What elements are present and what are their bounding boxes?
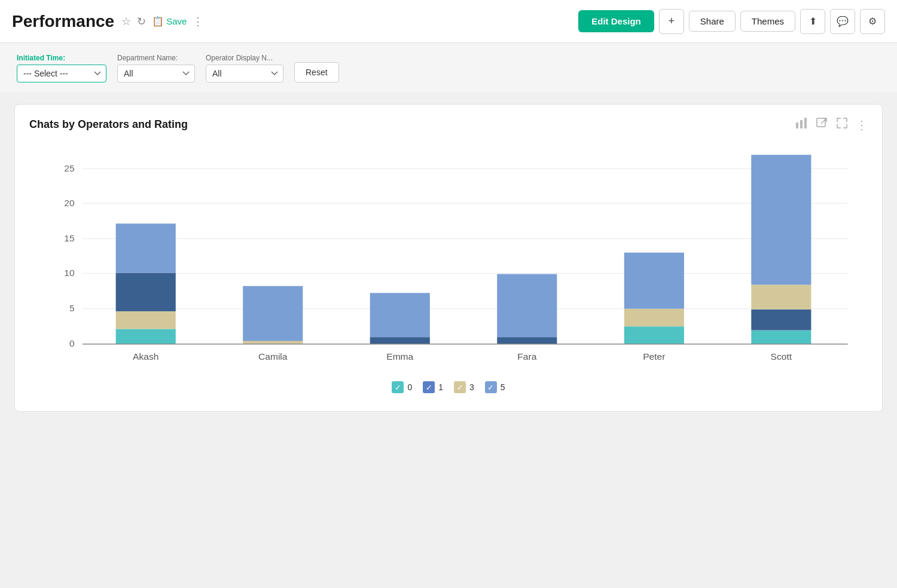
themes-button[interactable]: Themes <box>740 11 795 32</box>
svg-text:Scott: Scott <box>771 352 792 362</box>
export-icon: ⬆ <box>809 16 817 27</box>
bar-akash-r3 <box>116 311 176 329</box>
initiated-time-label: Initiated Time: <box>17 54 106 62</box>
legend-label-3: 3 <box>469 382 474 392</box>
page-title: Performance <box>12 12 114 31</box>
legend-label-5: 5 <box>501 382 505 392</box>
header-inline-actions: ☆ ↻ 📋 Save ⋮ <box>121 15 203 28</box>
chart-svg: 0 5 10 15 20 25 Akash <box>29 142 868 369</box>
edit-design-button[interactable]: Edit Design <box>578 10 654 32</box>
bar-scott-r5 <box>751 155 811 284</box>
legend-item-0: ✓ 0 <box>392 381 412 393</box>
chart-card: Chats by Operators and Rating <box>14 104 883 412</box>
save-button[interactable]: 📋 Save <box>152 16 187 27</box>
expand-icon[interactable] <box>835 117 849 133</box>
chart-more-options-icon[interactable]: ⋮ <box>856 118 868 132</box>
operator-display-filter: Operator Display N... All <box>206 54 283 82</box>
share-button[interactable]: Share <box>689 11 736 32</box>
bar-akash-r1 <box>116 273 176 311</box>
gear-icon: ⚙ <box>868 16 877 27</box>
bar-peter-r0 <box>624 326 684 344</box>
bar-emma-r5 <box>370 293 430 337</box>
header-actions: Edit Design + Share Themes ⬆ 💬 ⚙ <box>578 9 885 34</box>
svg-rect-0 <box>796 122 798 128</box>
chat-button[interactable]: 💬 <box>830 9 855 34</box>
department-name-filter: Department Name: All <box>117 54 195 82</box>
operator-display-select[interactable]: All <box>206 65 283 82</box>
chart-area: 0 5 10 15 20 25 Akash <box>29 142 868 369</box>
external-link-icon[interactable] <box>815 117 828 133</box>
svg-text:Peter: Peter <box>643 352 665 362</box>
save-icon: 📋 <box>152 16 164 27</box>
legend-label-1: 1 <box>438 382 443 392</box>
bar-camila-r5 <box>243 286 303 341</box>
legend-item-3: ✓ 3 <box>454 381 474 393</box>
svg-text:15: 15 <box>64 233 74 243</box>
bar-scott-r1 <box>751 310 811 330</box>
chart-title: Chats by Operators and Rating <box>29 118 188 131</box>
svg-text:25: 25 <box>64 163 74 173</box>
department-name-select[interactable]: All <box>117 65 195 82</box>
svg-text:20: 20 <box>64 198 74 208</box>
initiated-time-filter: Initiated Time: --- Select --- <box>17 54 106 82</box>
bar-chart-icon[interactable] <box>795 117 808 133</box>
bar-peter-r3 <box>624 309 684 327</box>
star-icon[interactable]: ☆ <box>121 15 131 28</box>
svg-rect-1 <box>800 120 803 128</box>
svg-text:Fara: Fara <box>517 352 537 362</box>
svg-text:5: 5 <box>69 303 75 313</box>
bar-scott-r3 <box>751 285 811 310</box>
plus-icon: + <box>669 15 675 27</box>
svg-rect-2 <box>804 118 807 128</box>
reset-button[interactable]: Reset <box>294 62 339 82</box>
legend-label-0: 0 <box>407 382 412 392</box>
svg-text:Emma: Emma <box>386 352 414 362</box>
refresh-icon[interactable]: ↻ <box>137 15 146 28</box>
add-button[interactable]: + <box>659 9 684 34</box>
settings-button[interactable]: ⚙ <box>860 9 885 34</box>
svg-text:Camila: Camila <box>258 352 288 362</box>
legend-checkbox-5[interactable]: ✓ <box>485 381 497 393</box>
bar-fara-r1 <box>497 337 557 344</box>
svg-rect-3 <box>817 118 825 127</box>
legend-checkbox-1[interactable]: ✓ <box>423 381 435 393</box>
header: Performance ☆ ↻ 📋 Save ⋮ Edit Design + S… <box>0 0 897 43</box>
legend-checkbox-3[interactable]: ✓ <box>454 381 466 393</box>
more-options-icon[interactable]: ⋮ <box>193 15 203 28</box>
export-button[interactable]: ⬆ <box>800 9 825 34</box>
bar-scott-r0 <box>751 330 811 344</box>
svg-text:10: 10 <box>64 268 74 278</box>
legend-item-5: ✓ 5 <box>485 381 505 393</box>
filters-bar: Initiated Time: --- Select --- Departmen… <box>0 43 897 92</box>
chart-legend: ✓ 0 ✓ 1 ✓ 3 ✓ 5 <box>29 381 868 393</box>
chat-icon: 💬 <box>837 16 849 27</box>
legend-item-1: ✓ 1 <box>423 381 443 393</box>
chart-card-header: Chats by Operators and Rating <box>29 117 868 133</box>
bar-emma-r1 <box>370 337 430 344</box>
initiated-time-select[interactable]: --- Select --- <box>17 65 106 82</box>
legend-checkbox-0[interactable]: ✓ <box>392 381 404 393</box>
bar-akash-r5 <box>116 223 176 272</box>
department-name-label: Department Name: <box>117 54 195 62</box>
bar-peter-r5 <box>624 253 684 309</box>
operator-display-label: Operator Display N... <box>206 54 283 62</box>
svg-text:0: 0 <box>69 338 75 348</box>
bar-akash-r0 <box>116 329 176 344</box>
bar-fara-r5 <box>497 274 557 338</box>
svg-text:Akash: Akash <box>133 352 158 362</box>
chart-header-icons: ⋮ <box>795 117 868 133</box>
